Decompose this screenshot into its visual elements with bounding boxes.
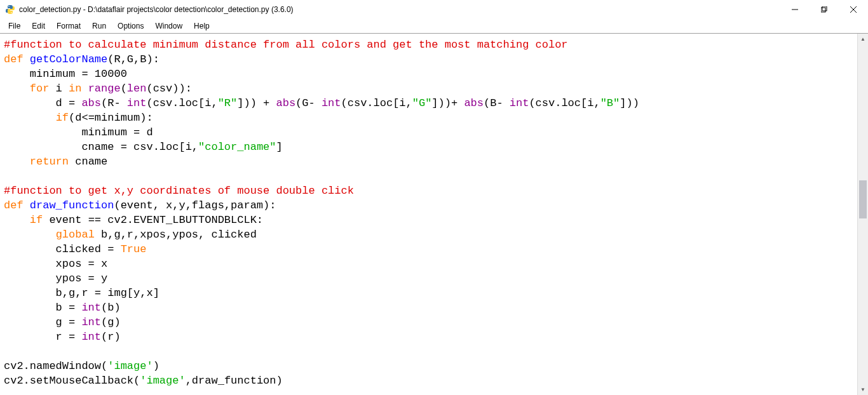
code-text: ] (276, 141, 282, 153)
code-keyword: in (69, 83, 81, 95)
code-text: cv2.namedWindow( (4, 360, 107, 372)
menu-help[interactable]: Help (188, 20, 215, 32)
menu-format[interactable]: Format (51, 20, 86, 32)
code-string: "color_name" (198, 141, 276, 153)
code-text: (R,G,B): (107, 53, 159, 65)
code-text: event == cv2.EVENT_LBUTTONDBLCLK: (43, 214, 263, 226)
code-text: (r) (101, 331, 121, 343)
code-editor[interactable]: #function to calculate minimum distance … (0, 34, 857, 395)
code-keyword: if (56, 112, 69, 124)
menu-file[interactable]: File (3, 20, 26, 32)
code-function-name: draw_function (30, 199, 114, 211)
code-keyword: global (56, 229, 95, 241)
code-string: 'image' (107, 360, 153, 372)
scroll-down-arrow[interactable]: ▼ (858, 384, 868, 395)
app-icon (5, 4, 15, 15)
scroll-thumb[interactable] (859, 180, 867, 218)
code-text (4, 214, 30, 226)
code-text: (g) (101, 316, 121, 328)
code-builtin: int (322, 97, 341, 109)
code-keyword: if (30, 214, 43, 226)
menu-run[interactable]: Run (86, 20, 112, 32)
code-text: b,g,r = img[y,x] (4, 287, 159, 299)
menubar: File Edit Format Run Options Window Help (0, 19, 868, 33)
scroll-track[interactable] (858, 44, 868, 384)
window-title: color_detection.py - D:\dataflair projec… (19, 5, 780, 14)
code-builtin: len (127, 83, 147, 95)
code-builtin: abs (464, 97, 484, 109)
minimize-button[interactable] (780, 0, 810, 19)
menu-edit[interactable]: Edit (26, 20, 51, 32)
code-text: (csv.loc[i, (341, 97, 412, 109)
code-text: (event, x,y,flags,param): (114, 199, 276, 211)
code-text: cv2.setMouseCallback( (4, 375, 140, 387)
code-builtin: int (81, 302, 101, 314)
menu-options[interactable]: Options (112, 20, 149, 32)
svg-rect-3 (821, 8, 825, 12)
code-keyword: return (30, 156, 69, 168)
code-keyword: for (30, 83, 50, 95)
vertical-scrollbar[interactable]: ▲ ▼ (857, 34, 868, 395)
code-text: ) (153, 360, 159, 372)
scroll-up-arrow[interactable]: ▲ (858, 34, 868, 44)
code-text: ypos = y (4, 272, 107, 285)
code-text (4, 156, 30, 168)
code-string: "G" (412, 97, 432, 109)
menu-window[interactable]: Window (149, 20, 188, 32)
code-text: r = (4, 331, 81, 343)
code-keyword: True (121, 243, 147, 255)
code-string: "B" (600, 97, 620, 109)
close-button[interactable] (839, 0, 868, 19)
code-builtin: abs (276, 97, 296, 109)
svg-point-0 (8, 6, 10, 7)
code-string: 'image' (140, 375, 185, 387)
svg-point-1 (11, 12, 12, 13)
code-comment: #function to calculate minimum distance … (4, 39, 568, 51)
code-text (4, 112, 56, 124)
code-keyword: def (4, 53, 24, 65)
code-text: (B- (484, 97, 510, 109)
code-text: ])) (620, 97, 639, 109)
code-text: d = (4, 97, 81, 109)
code-text: b,g,r,xpos,ypos, clicked (95, 229, 257, 241)
code-text: (R- (101, 97, 127, 109)
titlebar: color_detection.py - D:\dataflair projec… (0, 0, 868, 19)
code-builtin: int (81, 331, 101, 343)
code-text: (csv)): (146, 83, 191, 95)
code-text: clicked = (4, 243, 121, 255)
code-builtin: abs (81, 97, 101, 109)
code-builtin: int (510, 97, 529, 109)
code-builtin: int (127, 97, 147, 109)
code-text: (G- (295, 97, 322, 109)
code-text: (b) (101, 302, 121, 314)
code-comment: #function to get x,y coordinates of mous… (4, 185, 354, 197)
code-text: ])) + (237, 97, 276, 109)
maximize-button[interactable] (810, 0, 839, 19)
editor-area: #function to calculate minimum distance … (0, 33, 868, 395)
code-keyword: def (4, 199, 24, 211)
code-text (4, 83, 30, 95)
code-text: minimum = d (4, 126, 153, 138)
code-text: (d<=minimum): (69, 112, 153, 124)
code-text: i (49, 83, 69, 95)
code-text: b = (4, 302, 81, 314)
code-builtin: int (81, 316, 101, 328)
code-text: ,draw_function) (186, 375, 283, 387)
code-string: "R" (218, 97, 238, 109)
code-builtin: range (81, 83, 120, 95)
code-text: ]))+ (431, 97, 464, 109)
code-text: g = (4, 316, 81, 328)
window-controls (780, 0, 868, 19)
svg-rect-4 (822, 6, 827, 11)
code-text: cname (69, 156, 107, 168)
code-text: xpos = x (4, 258, 107, 270)
code-text: (csv.loc[i, (146, 97, 217, 109)
code-text: cname = csv.loc[i, (4, 141, 198, 153)
code-text: minimum = 10000 (4, 68, 127, 80)
code-function-name: getColorName (30, 53, 107, 65)
code-text: (csv.loc[i, (529, 97, 600, 109)
